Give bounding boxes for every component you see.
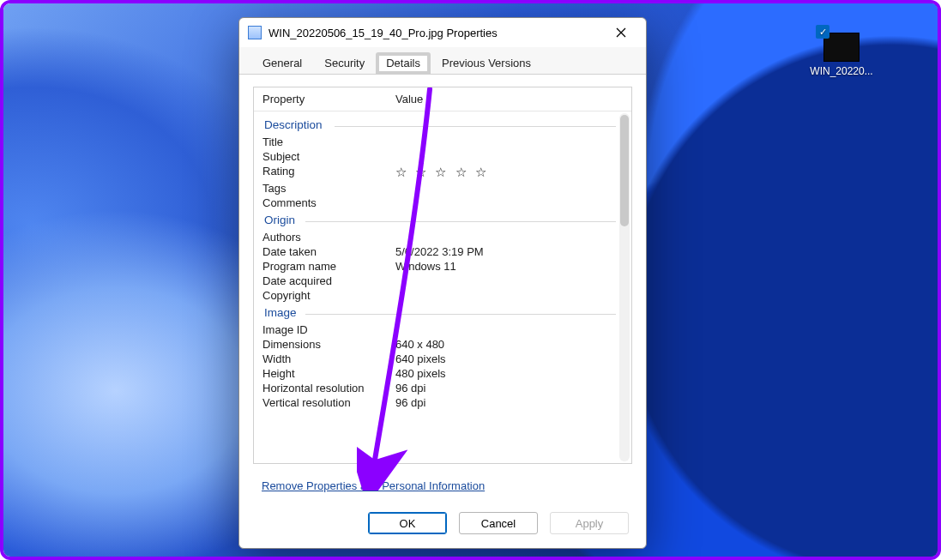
close-button[interactable] <box>605 21 637 45</box>
property-value: Windows 11 <box>395 260 623 273</box>
column-property[interactable]: Property <box>254 87 387 111</box>
details-grid: Property Value DescriptionTitleSubjectRa… <box>253 87 632 464</box>
scrollbar[interactable] <box>619 113 630 461</box>
tabs: General Security Details Previous Versio… <box>239 47 646 75</box>
property-name: Date acquired <box>262 274 395 287</box>
ok-button[interactable]: OK <box>368 512 447 534</box>
property-row[interactable]: Date taken5/6/2022 3:19 PM <box>254 244 631 259</box>
close-icon <box>616 27 626 38</box>
column-value[interactable]: Value <box>387 87 631 111</box>
property-name: Authors <box>262 231 395 244</box>
property-name: Rating <box>262 165 395 180</box>
property-name: Height <box>262 367 395 380</box>
property-value: 480 pixels <box>395 367 623 380</box>
window-title: WIN_20220506_15_19_40_Pro.jpg Properties <box>268 27 605 39</box>
rating-stars[interactable]: ☆ ☆ ☆ ☆ ☆ <box>395 165 623 180</box>
property-value <box>395 289 623 302</box>
property-name: Copyright <box>262 289 395 302</box>
property-name: Vertical resolution <box>262 396 395 409</box>
image-file-icon <box>248 26 262 39</box>
property-row[interactable]: Comments <box>254 196 631 210</box>
section-title: Description <box>254 115 631 135</box>
property-row[interactable]: Subject <box>254 149 631 164</box>
property-value: 5/6/2022 3:19 PM <box>395 245 623 258</box>
property-name: Date taken <box>262 245 395 258</box>
remove-properties-link[interactable]: Remove Properties and Personal Informati… <box>262 479 485 492</box>
property-row[interactable]: Copyright <box>254 288 631 303</box>
selected-check-icon: ✓ <box>816 25 829 39</box>
property-row[interactable]: Program nameWindows 11 <box>254 259 631 274</box>
tab-security[interactable]: Security <box>313 51 376 75</box>
tab-previous-versions[interactable]: Previous Versions <box>431 51 542 75</box>
property-value <box>395 196 623 209</box>
property-name: Subject <box>262 150 395 163</box>
property-name: Program name <box>262 260 395 273</box>
property-value <box>395 274 623 287</box>
property-value: 640 pixels <box>395 352 623 365</box>
section-title: Image <box>254 303 631 322</box>
property-value: 96 dpi <box>395 382 623 394</box>
property-row[interactable]: Title <box>254 135 631 149</box>
property-name: Comments <box>262 196 395 209</box>
grid-body[interactable]: DescriptionTitleSubjectRating☆ ☆ ☆ ☆ ☆Ta… <box>254 111 631 463</box>
property-value <box>395 231 623 244</box>
property-row[interactable]: Rating☆ ☆ ☆ ☆ ☆ <box>254 164 631 181</box>
properties-dialog: WIN_20220506_15_19_40_Pro.jpg Properties… <box>238 17 647 549</box>
property-row[interactable]: Date acquired <box>254 274 631 288</box>
property-value <box>395 150 623 163</box>
desktop-file-icon[interactable]: ✓ WIN_20220... <box>804 33 879 77</box>
remove-link-container: Remove Properties and Personal Informati… <box>253 464 632 498</box>
property-row[interactable]: Dimensions640 x 480 <box>254 337 631 352</box>
property-name: Title <box>262 135 395 148</box>
cancel-button[interactable]: Cancel <box>459 512 538 534</box>
property-row[interactable]: Horizontal resolution96 dpi <box>254 381 631 395</box>
tab-general[interactable]: General <box>251 51 313 75</box>
property-row[interactable]: Width640 pixels <box>254 352 631 366</box>
property-value <box>395 182 623 195</box>
file-label: WIN_20220... <box>810 65 872 77</box>
property-row[interactable]: Height480 pixels <box>254 366 631 381</box>
grid-header: Property Value <box>254 87 631 111</box>
property-row[interactable]: Tags <box>254 181 631 196</box>
property-name: Width <box>262 352 395 365</box>
titlebar[interactable]: WIN_20220506_15_19_40_Pro.jpg Properties <box>239 18 646 47</box>
property-name: Image ID <box>262 323 395 336</box>
tab-details[interactable]: Details <box>376 52 431 75</box>
tab-content: Property Value DescriptionTitleSubjectRa… <box>239 75 646 503</box>
property-value: 96 dpi <box>395 396 623 409</box>
property-row[interactable]: Vertical resolution96 dpi <box>254 395 631 410</box>
property-name: Horizontal resolution <box>262 382 395 394</box>
property-value <box>395 323 623 336</box>
property-name: Dimensions <box>262 338 395 351</box>
property-value: 640 x 480 <box>395 338 623 351</box>
property-name: Tags <box>262 182 395 195</box>
property-value <box>395 135 623 148</box>
property-row[interactable]: Image ID <box>254 322 631 337</box>
property-row[interactable]: Authors <box>254 230 631 244</box>
dialog-buttons: OK Cancel Apply <box>239 503 646 548</box>
apply-button[interactable]: Apply <box>550 512 629 534</box>
section-title: Origin <box>254 210 631 230</box>
file-thumbnail: ✓ <box>823 33 860 62</box>
